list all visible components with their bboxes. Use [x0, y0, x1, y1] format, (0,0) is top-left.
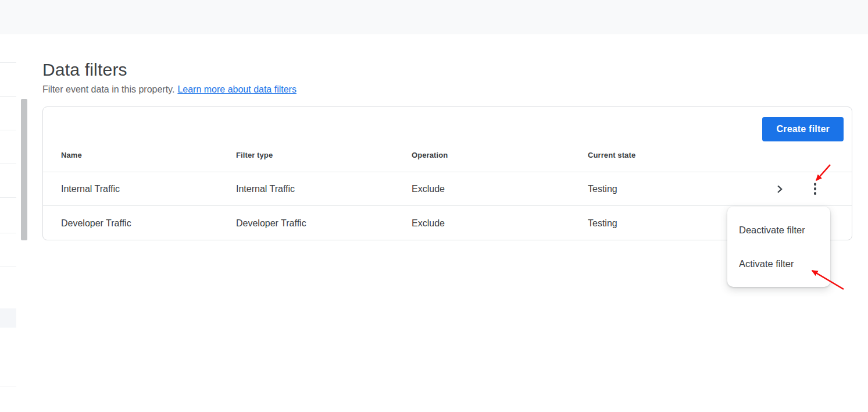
subtitle-text: Filter event data in this property.	[42, 84, 174, 94]
sidebar-item-highlight	[0, 308, 16, 328]
header-name: Name	[61, 151, 82, 159]
menu-item-activate-filter[interactable]: Activate filter	[727, 247, 830, 280]
sidebar-divider	[0, 62, 16, 63]
sidebar-divider	[0, 96, 16, 97]
sidebar-divider	[0, 164, 16, 164]
scrollbar-thumb[interactable]	[21, 99, 27, 240]
cell-operation: Exclude	[412, 172, 445, 205]
learn-more-link[interactable]: Learn more about data filters	[177, 84, 297, 94]
ga-admin-data-filters-page: Data filters Filter event data in this p…	[0, 0, 868, 412]
cell-filter-type: Developer Traffic	[236, 207, 306, 240]
table-header-row: Name Filter type Operation Current state	[43, 107, 852, 172]
sidebar-divider	[0, 233, 16, 233]
sidebar-divider	[0, 130, 16, 130]
cell-name: Developer Traffic	[61, 207, 131, 240]
sidebar-divider	[0, 267, 16, 267]
row-expand-button[interactable]	[773, 182, 787, 196]
top-bar	[0, 0, 868, 34]
menu-item-deactivate-filter[interactable]: Deactivate filter	[727, 213, 830, 247]
row-actions-menu: Deactivate filter Activate filter	[727, 207, 830, 287]
cell-current-state: Testing	[588, 207, 617, 240]
cell-current-state: Testing	[588, 172, 617, 205]
page-subtitle: Filter event data in this property.Learn…	[42, 84, 297, 95]
chevron-right-icon	[774, 184, 785, 194]
cell-operation: Exclude	[412, 207, 445, 240]
header-operation: Operation	[412, 151, 448, 159]
sidebar-divider	[0, 197, 16, 198]
row-actions-button[interactable]	[808, 182, 822, 196]
more-vert-icon	[814, 183, 817, 195]
page-title: Data filters	[42, 60, 127, 80]
cell-name: Internal Traffic	[61, 172, 120, 205]
header-current-state: Current state	[588, 151, 635, 159]
header-filter-type: Filter type	[236, 151, 273, 159]
table-row-internal-traffic[interactable]: Internal Traffic Internal Traffic Exclud…	[43, 172, 852, 206]
cell-filter-type: Internal Traffic	[236, 172, 295, 205]
sidebar-divider	[0, 386, 16, 386]
